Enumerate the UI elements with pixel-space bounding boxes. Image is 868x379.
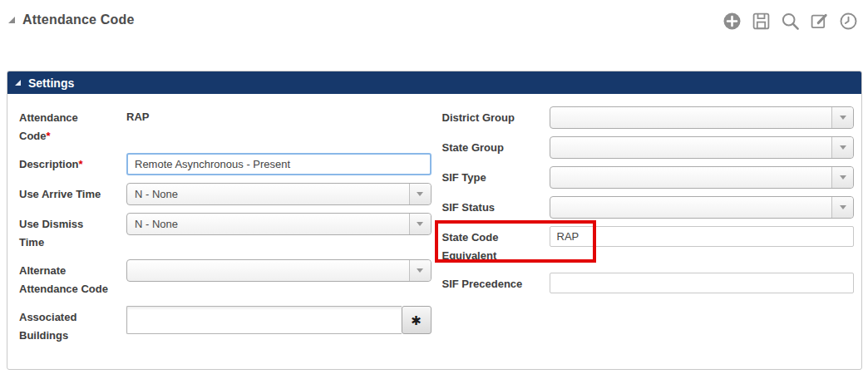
sif-type-label: SIF Type: [442, 166, 534, 187]
use-arrive-time-select[interactable]: N - None: [126, 183, 432, 205]
settings-panel-title: Settings: [28, 76, 74, 90]
save-button[interactable]: [752, 12, 771, 31]
field-row-associated-buildings: Associated Buildings ✱: [19, 306, 432, 345]
chevron-down-icon: [417, 268, 423, 273]
sif-status-select[interactable]: [550, 196, 855, 219]
alternate-attendance-code-select[interactable]: [126, 259, 432, 282]
left-column: Attendance Code* RAP Description* Use Ar…: [19, 106, 432, 352]
required-mark: *: [47, 130, 51, 142]
district-group-label: District Group: [442, 106, 534, 127]
field-row-sif-precedence: SIF Precedence: [442, 273, 855, 293]
search-icon: [781, 12, 800, 31]
field-row-sif-type: SIF Type: [442, 166, 855, 189]
dropdown-arrow-button[interactable]: [409, 214, 431, 234]
attendance-code-value: RAP: [126, 106, 432, 123]
dropdown-arrow-button[interactable]: [409, 260, 431, 281]
dropdown-arrow-button[interactable]: [831, 167, 853, 188]
page-header: Attendance Code: [0, 0, 868, 31]
edit-icon: [810, 12, 829, 31]
alternate-attendance-code-label: Alternate Attendance Code: [19, 259, 111, 298]
collapse-triangle-icon[interactable]: [8, 17, 15, 23]
dropdown-arrow-button[interactable]: [831, 197, 853, 218]
description-input[interactable]: [126, 153, 432, 175]
right-column: District Group State Group: [442, 106, 855, 352]
sif-precedence-input[interactable]: [550, 273, 855, 293]
field-row-state-code-equivalent: State Code Equivalent: [442, 226, 855, 265]
field-row-district-group: District Group: [442, 106, 855, 129]
district-group-select[interactable]: [550, 106, 855, 129]
dropdown-arrow-button[interactable]: [409, 184, 431, 204]
asterisk-icon: ✱: [411, 313, 422, 327]
add-icon: [723, 12, 742, 31]
field-row-state-group: State Group: [442, 136, 855, 159]
field-row-use-dismiss-time: Use Dismiss Time N - None: [19, 213, 432, 252]
search-button[interactable]: [781, 12, 800, 31]
description-label: Description*: [19, 153, 111, 174]
associated-buildings-input[interactable]: [126, 306, 402, 334]
field-row-description: Description*: [19, 153, 432, 175]
edit-button[interactable]: [810, 12, 829, 31]
state-code-equivalent-label: State Code Equivalent: [442, 226, 534, 265]
toolbar: [723, 10, 858, 31]
chevron-down-icon: [417, 222, 423, 226]
sif-status-label: SIF Status: [442, 196, 534, 217]
settings-panel-header[interactable]: Settings: [7, 71, 861, 94]
add-button[interactable]: [723, 12, 742, 31]
sif-precedence-label: SIF Precedence: [442, 273, 534, 293]
associated-buildings-label: Associated Buildings: [19, 306, 111, 345]
dropdown-arrow-button[interactable]: [831, 107, 853, 128]
field-row-use-arrive-time: Use Arrive Time N - None: [19, 183, 432, 205]
chevron-down-icon: [840, 175, 846, 180]
chevron-down-icon: [840, 205, 846, 209]
use-dismiss-time-select[interactable]: N - None: [126, 213, 432, 235]
dropdown-arrow-button[interactable]: [831, 137, 853, 158]
field-row-sif-status: SIF Status: [442, 196, 855, 219]
required-mark: *: [79, 158, 83, 170]
chevron-down-icon: [840, 145, 846, 150]
sif-type-select[interactable]: [550, 166, 855, 189]
use-dismiss-time-label: Use Dismiss Time: [19, 213, 111, 252]
state-group-label: State Group: [442, 136, 534, 157]
page-title: Attendance Code: [22, 12, 135, 27]
clock-icon: [839, 12, 858, 31]
state-group-select[interactable]: [550, 136, 855, 159]
use-arrive-time-label: Use Arrive Time: [19, 183, 111, 204]
settings-collapse-triangle-icon: [15, 80, 21, 86]
settings-panel: Settings Attendance Code* RAP Descriptio…: [7, 71, 862, 370]
field-row-attendance-code: Attendance Code* RAP: [19, 106, 432, 145]
multi-select-picker-button[interactable]: ✱: [402, 306, 432, 334]
attendance-code-label: Attendance Code*: [19, 106, 111, 145]
field-row-alternate-attendance-code: Alternate Attendance Code: [19, 259, 432, 298]
history-button[interactable]: [839, 12, 858, 31]
state-code-equivalent-input[interactable]: [550, 226, 855, 247]
chevron-down-icon: [417, 192, 423, 196]
save-icon: [752, 12, 771, 31]
chevron-down-icon: [840, 116, 846, 120]
